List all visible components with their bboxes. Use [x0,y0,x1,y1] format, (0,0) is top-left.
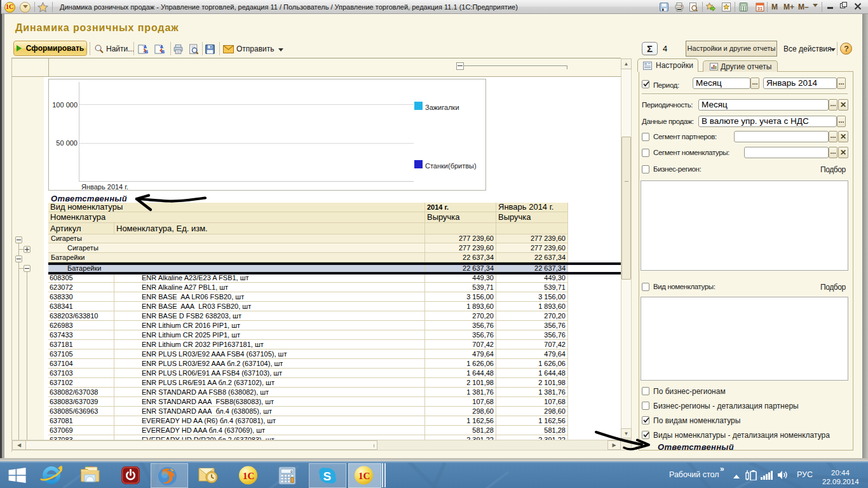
svg-text:0: 0 [290,470,293,474]
svg-text:1С: 1С [243,471,254,481]
svg-text:1С: 1С [358,471,370,481]
svg-text:A: A [160,44,163,49]
svg-text:31: 31 [757,6,763,11]
svg-text:S: S [323,470,332,483]
svg-text:A: A [144,44,147,49]
